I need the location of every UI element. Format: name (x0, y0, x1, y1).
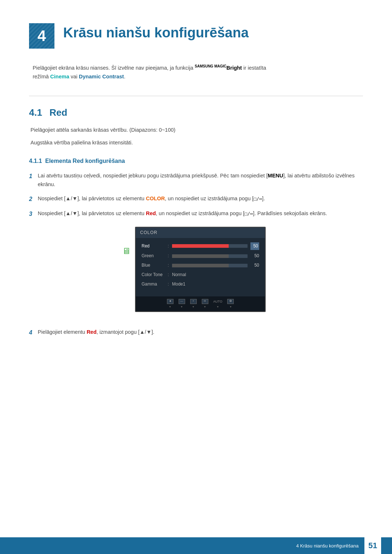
step-1: 1 Lai atvērtu taustiņu ceļvedi, nospiedi… (29, 172, 363, 188)
color-tone-value: Normal (172, 271, 186, 278)
color-bar-green-container (172, 254, 248, 258)
gamma-value: Mode1 (172, 281, 185, 288)
section-41: 4.1 Red Pielāgojiet attēla sarkanās krās… (29, 107, 363, 337)
color-bar-blue (172, 264, 229, 267)
step-2: 2 Nospiediet [▲/▼], lai pārvietotos uz e… (29, 194, 363, 204)
subsection-411-title: 4.1.1 Elementa Red konfigurēšana (29, 158, 363, 164)
color-row-blue: Blue : 50 (142, 262, 259, 269)
step-2-content: Nospiediet [▲/▼], lai pārvietotos uz ele… (38, 194, 363, 203)
color-row-tone: Color Tone : Normal (142, 271, 259, 278)
steps-list: 1 Lai atvērtu taustiņu ceļvedi, nospiedi… (29, 172, 363, 337)
menu-keyword: MENU (268, 173, 283, 178)
chapter-header: 4 Krāsu nianšu konfigurēšana (29, 22, 363, 49)
section-41-desc2: Augstāka vērtība palielina krāsas intens… (29, 138, 363, 147)
step-1-number: 1 (29, 172, 38, 181)
screen-mockup: COLOR Red : 50 (135, 227, 266, 312)
monitor-icon: 🖥 (122, 244, 131, 258)
step-4-number: 4 (29, 328, 38, 337)
color-row-gamma: Gamma : Mode1 (142, 281, 259, 288)
screen-btn-auto: AUTO ▼ (213, 299, 222, 309)
screen-btn-plus: + ▼ (190, 299, 197, 309)
screen-btn-power: ✿ ▼ (227, 299, 234, 309)
color-keyword: COLOR (146, 196, 165, 201)
color-value-blue: 50 (250, 262, 259, 269)
step-3-number: 3 (29, 209, 38, 219)
section-41-heading: Red (49, 107, 67, 118)
red-keyword-3: Red (146, 210, 156, 216)
color-bar-blue-container (172, 264, 248, 267)
color-tone-label: Color Tone (142, 271, 168, 278)
chapter-number-box: 4 (29, 23, 54, 49)
color-bar-green (172, 254, 229, 258)
brand-bright-label: Bright (226, 65, 242, 71)
screen-btn-minus: — ▼ (179, 299, 185, 309)
gamma-label: Gamma (142, 281, 168, 288)
section-41-number: 4.1 (29, 107, 42, 118)
color-value-green: 50 (250, 253, 259, 259)
screen-btn-left: ◄ ▼ (167, 299, 173, 309)
screen-header: COLOR (136, 227, 265, 238)
button-symbol-2: □/⇔ (254, 196, 262, 201)
step-1-content: Lai atvērtu taustiņu ceļvedi, nospiediet… (38, 172, 363, 188)
footer-chapter-text: 4 Krāsu nianšu konfigurēšana (296, 543, 359, 549)
button-symbol-3: □/⇔ (245, 211, 253, 216)
step-3-content: Nospiediet [▲/▼], lai pārvietotos uz ele… (38, 209, 363, 322)
color-label-blue: Blue (142, 262, 168, 269)
cinema-label: Cinema (50, 74, 69, 79)
step-4-content: Pielāgojiet elementu Red, izmantojot pog… (38, 328, 363, 336)
color-bar-red-container (172, 244, 248, 248)
section-41-title: 4.1 Red (29, 107, 363, 118)
section-41-desc1: Pielāgojiet attēla sarkanās krāsas vērtī… (29, 126, 363, 135)
footer-page-number: 51 (364, 537, 381, 554)
chapter-description: Pielāgojiet ekrāna krāsu nianses. Šī izv… (29, 63, 363, 81)
step-4: 4 Pielāgojiet elementu Red, izmantojot p… (29, 328, 363, 337)
screen-mockup-container: COLOR Red : 50 (38, 227, 363, 312)
screen-btn-enter: ⇔ ▼ (202, 299, 208, 309)
screen-bottom-bar: ◄ ▼ — ▼ + ▼ (136, 296, 265, 312)
step-2-number: 2 (29, 194, 38, 204)
screen-body: Red : 50 Green (136, 238, 265, 296)
color-bar-red (172, 244, 229, 248)
page-footer: 4 Krāsu nianšu konfigurēšana 51 (0, 537, 392, 554)
color-label-green: Green (142, 253, 168, 259)
dynamic-contrast-label: Dynamic Contrast (79, 74, 124, 79)
chapter-title: Krāsu nianšu konfigurēšana (63, 22, 249, 41)
section-divider (29, 96, 363, 96)
color-label-red: Red (142, 243, 168, 250)
auto-label: AUTO (213, 299, 222, 304)
step-3: 3 Nospiediet [▲/▼], lai pārvietotos uz e… (29, 209, 363, 322)
red-keyword-4: Red (87, 329, 97, 335)
brand-magic-label: SAMSUNG MAGIC (195, 64, 226, 68)
color-row-green: Green : 50 (142, 253, 259, 259)
color-row-red: Red : 50 (142, 242, 259, 250)
color-value-red: 50 (250, 242, 259, 250)
chapter-number: 4 (37, 27, 46, 45)
